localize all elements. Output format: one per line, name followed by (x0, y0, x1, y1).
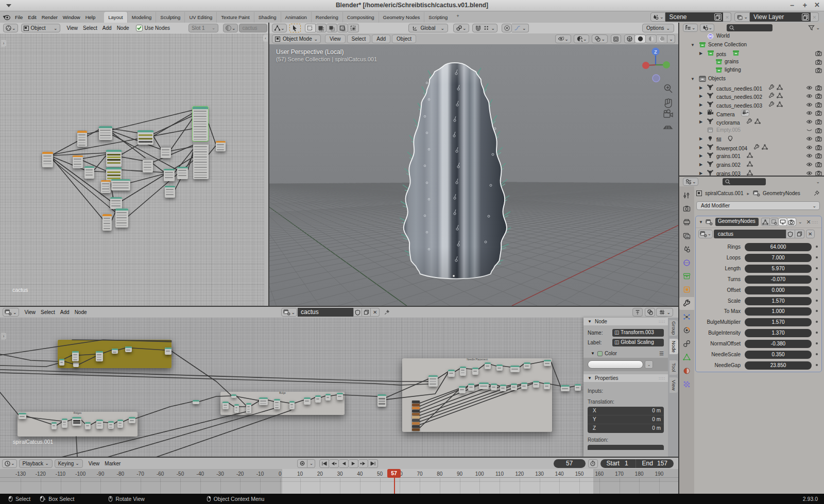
svg-text:Z: Z (654, 49, 657, 55)
